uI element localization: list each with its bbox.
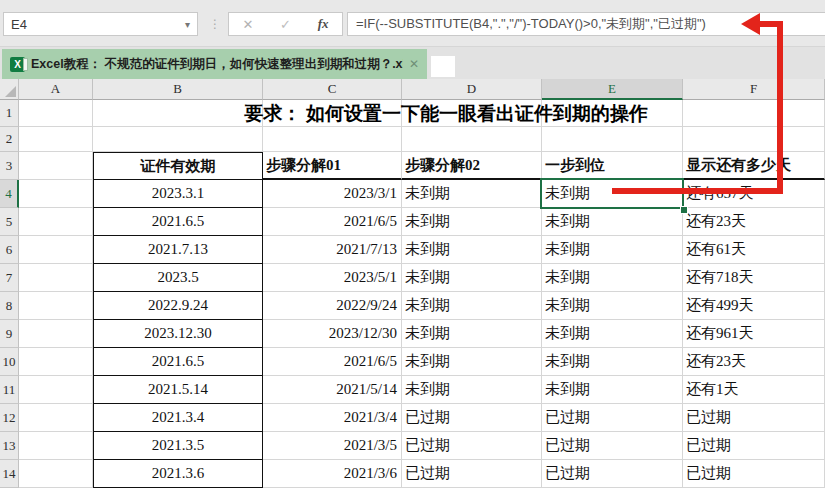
cell-E11[interactable]: 未到期 — [542, 376, 683, 404]
cell-D7[interactable]: 未到期 — [402, 264, 542, 292]
row-header-1[interactable]: 1 — [0, 100, 19, 127]
cell-A2[interactable] — [19, 127, 93, 152]
cell-A7[interactable] — [19, 264, 93, 292]
cell-F10[interactable]: 还有23天 — [683, 348, 825, 376]
cell-F6[interactable]: 还有61天 — [683, 236, 825, 264]
cell-A9[interactable] — [19, 320, 93, 348]
name-box[interactable]: E4 ▾ — [3, 12, 198, 36]
cell-E12[interactable]: 已过期 — [542, 404, 683, 432]
cell-D9[interactable]: 未到期 — [402, 320, 542, 348]
cell-C4[interactable]: 2023/3/1 — [263, 180, 402, 208]
row-header-8[interactable]: 8 — [0, 292, 19, 320]
cell-D11[interactable]: 未到期 — [402, 376, 542, 404]
cell-B7[interactable]: 2023.5 — [93, 264, 263, 292]
cell-C3[interactable]: 步骤分解01 — [263, 152, 402, 180]
cell-E2[interactable] — [542, 127, 683, 152]
cell-F4[interactable]: 还有657天 — [683, 180, 825, 208]
cell-D12[interactable]: 已过期 — [402, 404, 542, 432]
column-header-b[interactable]: B — [93, 79, 263, 100]
tab-close-icon[interactable]: ✕ — [403, 57, 419, 71]
row-header-2[interactable]: 2 — [0, 127, 19, 152]
cell-E9[interactable]: 未到期 — [542, 320, 683, 348]
cell-E3[interactable]: 一步到位 — [542, 152, 683, 180]
cell-D4[interactable]: 未到期 — [402, 180, 542, 208]
cell-E13[interactable]: 已过期 — [542, 432, 683, 460]
cell-A8[interactable] — [19, 292, 93, 320]
cell-B12[interactable]: 2021.3.4 — [93, 404, 263, 432]
cell-B8[interactable]: 2022.9.24 — [93, 292, 263, 320]
cell-B4[interactable]: 2023.3.1 — [93, 180, 263, 208]
new-tab-button[interactable] — [431, 56, 455, 77]
cell-A10[interactable] — [19, 348, 93, 376]
cell-C6[interactable]: 2021/7/13 — [263, 236, 402, 264]
confirm-icon[interactable]: ✓ — [280, 17, 291, 32]
column-header-c[interactable]: C — [263, 79, 402, 100]
cell-A13[interactable] — [19, 432, 93, 460]
cell-F7[interactable]: 还有718天 — [683, 264, 825, 292]
cell-F9[interactable]: 还有961天 — [683, 320, 825, 348]
row-header-3[interactable]: 3 — [0, 152, 19, 180]
formula-bar[interactable]: =IF(--SUBSTITUTE(B4,".","/")-TODAY()>0,"… — [347, 12, 825, 36]
cell-C12[interactable]: 2021/3/4 — [263, 404, 402, 432]
cell-A6[interactable] — [19, 236, 93, 264]
cell-A4[interactable] — [19, 180, 93, 208]
row-header-7[interactable]: 7 — [0, 264, 19, 292]
fill-handle[interactable] — [680, 206, 688, 214]
cell-A1[interactable] — [19, 100, 93, 127]
insert-function-icon[interactable]: fx — [318, 16, 329, 32]
workbook-tab[interactable]: X Excel教程： 不规范的证件到期日，如何快速整理出到期和过期？.xlsx … — [2, 49, 427, 79]
cell-C10[interactable]: 2021/6/5 — [263, 348, 402, 376]
cell-C8[interactable]: 2022/9/24 — [263, 292, 402, 320]
cell-E10[interactable]: 未到期 — [542, 348, 683, 376]
cell-A11[interactable] — [19, 376, 93, 404]
select-all-corner[interactable] — [0, 79, 19, 100]
cell-B6[interactable]: 2021.7.13 — [93, 236, 263, 264]
cancel-icon[interactable]: ✕ — [242, 17, 253, 32]
cell-D13[interactable]: 已过期 — [402, 432, 542, 460]
cell-A12[interactable] — [19, 404, 93, 432]
cell-E6[interactable]: 未到期 — [542, 236, 683, 264]
cell-B3[interactable]: 证件有效期 — [93, 152, 263, 180]
cell-D14[interactable]: 已过期 — [402, 460, 542, 488]
cell-B2[interactable] — [93, 127, 263, 152]
cell-D6[interactable]: 未到期 — [402, 236, 542, 264]
column-header-d[interactable]: D — [402, 79, 542, 100]
cell-C2[interactable] — [263, 127, 402, 152]
cell-A5[interactable] — [19, 208, 93, 236]
cell-F12[interactable]: 已过期 — [683, 404, 825, 432]
cell-C7[interactable]: 2023/5/1 — [263, 264, 402, 292]
row-header-14[interactable]: 14 — [0, 460, 19, 488]
cell-E4[interactable]: 未到期 — [542, 180, 683, 208]
cell-E8[interactable]: 未到期 — [542, 292, 683, 320]
row-header-12[interactable]: 12 — [0, 404, 19, 432]
row-header-9[interactable]: 9 — [0, 320, 19, 348]
cell-B9[interactable]: 2023.12.30 — [93, 320, 263, 348]
row-header-5[interactable]: 5 — [0, 208, 19, 236]
cell-B5[interactable]: 2021.6.5 — [93, 208, 263, 236]
cell-E5[interactable]: 未到期 — [542, 208, 683, 236]
cell-F5[interactable]: 还有23天 — [683, 208, 825, 236]
row-header-13[interactable]: 13 — [0, 432, 19, 460]
cell-C13[interactable]: 2021/3/5 — [263, 432, 402, 460]
row-header-10[interactable]: 10 — [0, 348, 19, 376]
row-header-6[interactable]: 6 — [0, 236, 19, 264]
column-header-a[interactable]: A — [19, 79, 93, 100]
cell-C14[interactable]: 2021/3/6 — [263, 460, 402, 488]
cell-C11[interactable]: 2021/5/14 — [263, 376, 402, 404]
cell-A3[interactable] — [19, 152, 93, 180]
row-header-11[interactable]: 11 — [0, 376, 19, 404]
cell-F14[interactable]: 已过期 — [683, 460, 825, 488]
cell-D2[interactable] — [402, 127, 542, 152]
cell-B10[interactable]: 2021.6.5 — [93, 348, 263, 376]
column-header-e[interactable]: E — [542, 79, 683, 100]
name-box-dropdown-icon[interactable]: ▾ — [185, 19, 197, 30]
cell-A14[interactable] — [19, 460, 93, 488]
cell-C9[interactable]: 2023/12/30 — [263, 320, 402, 348]
cell-D8[interactable]: 未到期 — [402, 292, 542, 320]
cell-D10[interactable]: 未到期 — [402, 348, 542, 376]
cell-E7[interactable]: 未到期 — [542, 264, 683, 292]
cell-D5[interactable]: 未到期 — [402, 208, 542, 236]
cell-F2[interactable] — [683, 127, 825, 152]
cell-F13[interactable]: 已过期 — [683, 432, 825, 460]
cell-B14[interactable]: 2021.3.6 — [93, 460, 263, 488]
